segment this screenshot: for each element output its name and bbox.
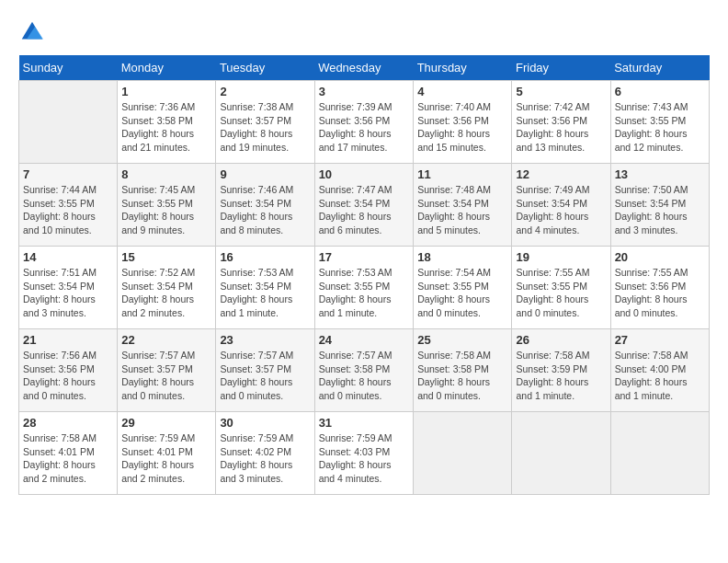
calendar-cell: 27Sunrise: 7:58 AM Sunset: 4:00 PM Dayli… (610, 329, 709, 412)
calendar-cell: 10Sunrise: 7:47 AM Sunset: 3:54 PM Dayli… (314, 164, 414, 247)
calendar-cell: 9Sunrise: 7:46 AM Sunset: 3:54 PM Daylig… (216, 164, 314, 247)
day-info: Sunrise: 7:58 AM Sunset: 4:01 PM Dayligh… (23, 431, 113, 486)
page-header (18, 18, 710, 46)
day-info: Sunrise: 7:47 AM Sunset: 3:54 PM Dayligh… (319, 183, 410, 237)
day-info: Sunrise: 7:53 AM Sunset: 3:55 PM Dayligh… (319, 266, 410, 320)
calendar-cell: 17Sunrise: 7:53 AM Sunset: 3:55 PM Dayli… (314, 247, 414, 329)
day-number: 3 (319, 85, 410, 98)
week-row-3: 14Sunrise: 7:51 AM Sunset: 3:54 PM Dayli… (19, 247, 710, 329)
day-info: Sunrise: 7:51 AM Sunset: 3:54 PM Dayligh… (23, 266, 113, 320)
day-number: 30 (220, 416, 310, 430)
calendar-cell: 13Sunrise: 7:50 AM Sunset: 3:54 PM Dayli… (610, 164, 709, 247)
day-number: 7 (23, 167, 113, 181)
day-number: 26 (516, 333, 606, 347)
calendar-cell: 30Sunrise: 7:59 AM Sunset: 4:02 PM Dayli… (216, 412, 314, 495)
calendar-cell: 8Sunrise: 7:45 AM Sunset: 3:55 PM Daylig… (118, 164, 216, 247)
calendar-cell: 4Sunrise: 7:40 AM Sunset: 3:56 PM Daylig… (414, 81, 512, 164)
calendar-cell: 20Sunrise: 7:55 AM Sunset: 3:56 PM Dayli… (610, 247, 709, 329)
day-number: 5 (516, 85, 606, 98)
day-number: 25 (417, 333, 507, 347)
day-number: 15 (121, 250, 211, 264)
calendar-cell: 12Sunrise: 7:49 AM Sunset: 3:54 PM Dayli… (512, 164, 610, 247)
day-info: Sunrise: 7:59 AM Sunset: 4:03 PM Dayligh… (319, 431, 410, 486)
calendar-cell: 21Sunrise: 7:56 AM Sunset: 3:56 PM Dayli… (19, 329, 118, 412)
days-of-week-row: SundayMondayTuesdayWednesdayThursdayFrid… (19, 55, 710, 81)
calendar-cell: 16Sunrise: 7:53 AM Sunset: 3:54 PM Dayli… (216, 247, 314, 329)
day-of-week-saturday: Saturday (610, 55, 709, 81)
day-info: Sunrise: 7:56 AM Sunset: 3:56 PM Dayligh… (23, 349, 113, 403)
day-number: 2 (220, 85, 310, 98)
day-number: 4 (417, 85, 507, 98)
day-number: 31 (319, 416, 410, 430)
calendar-cell: 3Sunrise: 7:39 AM Sunset: 3:56 PM Daylig… (314, 81, 414, 164)
calendar-cell (610, 412, 709, 495)
calendar-cell: 31Sunrise: 7:59 AM Sunset: 4:03 PM Dayli… (314, 412, 414, 495)
day-number: 20 (615, 250, 705, 264)
day-info: Sunrise: 7:40 AM Sunset: 3:56 PM Dayligh… (417, 100, 507, 155)
day-number: 21 (23, 333, 113, 347)
day-info: Sunrise: 7:45 AM Sunset: 3:55 PM Dayligh… (121, 183, 211, 237)
day-number: 24 (319, 333, 410, 347)
day-number: 23 (220, 333, 310, 347)
day-number: 19 (516, 250, 606, 264)
calendar-cell: 2Sunrise: 7:38 AM Sunset: 3:57 PM Daylig… (216, 81, 314, 164)
day-info: Sunrise: 7:55 AM Sunset: 3:55 PM Dayligh… (516, 266, 606, 320)
day-number: 6 (615, 85, 705, 98)
calendar-cell: 11Sunrise: 7:48 AM Sunset: 3:54 PM Dayli… (414, 164, 512, 247)
calendar-cell: 19Sunrise: 7:55 AM Sunset: 3:55 PM Dayli… (512, 247, 610, 329)
day-info: Sunrise: 7:59 AM Sunset: 4:01 PM Dayligh… (121, 431, 211, 486)
day-info: Sunrise: 7:50 AM Sunset: 3:54 PM Dayligh… (615, 183, 705, 237)
day-info: Sunrise: 7:58 AM Sunset: 3:59 PM Dayligh… (516, 349, 606, 403)
day-info: Sunrise: 7:54 AM Sunset: 3:55 PM Dayligh… (417, 266, 507, 320)
calendar-cell: 1Sunrise: 7:36 AM Sunset: 3:58 PM Daylig… (118, 81, 216, 164)
calendar-cell: 25Sunrise: 7:58 AM Sunset: 3:58 PM Dayli… (414, 329, 512, 412)
day-info: Sunrise: 7:36 AM Sunset: 3:58 PM Dayligh… (121, 100, 211, 155)
day-info: Sunrise: 7:55 AM Sunset: 3:56 PM Dayligh… (615, 266, 705, 320)
calendar-cell: 29Sunrise: 7:59 AM Sunset: 4:01 PM Dayli… (118, 412, 216, 495)
week-row-1: 1Sunrise: 7:36 AM Sunset: 3:58 PM Daylig… (19, 81, 710, 164)
day-number: 27 (615, 333, 705, 347)
logo-icon (18, 18, 46, 46)
day-of-week-monday: Monday (118, 55, 216, 81)
day-number: 14 (23, 250, 113, 264)
day-info: Sunrise: 7:49 AM Sunset: 3:54 PM Dayligh… (516, 183, 606, 237)
day-number: 12 (516, 167, 606, 181)
calendar-cell: 28Sunrise: 7:58 AM Sunset: 4:01 PM Dayli… (19, 412, 118, 495)
day-of-week-sunday: Sunday (19, 55, 118, 81)
calendar-cell: 24Sunrise: 7:57 AM Sunset: 3:58 PM Dayli… (314, 329, 414, 412)
calendar-cell: 18Sunrise: 7:54 AM Sunset: 3:55 PM Dayli… (414, 247, 512, 329)
logo (18, 18, 50, 46)
day-info: Sunrise: 7:53 AM Sunset: 3:54 PM Dayligh… (220, 266, 310, 320)
day-number: 16 (220, 250, 310, 264)
day-number: 18 (417, 250, 507, 264)
day-number: 22 (121, 333, 211, 347)
calendar-cell: 6Sunrise: 7:43 AM Sunset: 3:55 PM Daylig… (610, 81, 709, 164)
day-info: Sunrise: 7:57 AM Sunset: 3:57 PM Dayligh… (220, 349, 310, 403)
calendar-cell: 5Sunrise: 7:42 AM Sunset: 3:56 PM Daylig… (512, 81, 610, 164)
day-number: 1 (121, 85, 211, 98)
day-number: 11 (417, 167, 507, 181)
day-info: Sunrise: 7:52 AM Sunset: 3:54 PM Dayligh… (121, 266, 211, 320)
calendar-cell: 23Sunrise: 7:57 AM Sunset: 3:57 PM Dayli… (216, 329, 314, 412)
calendar-cell (19, 81, 118, 164)
calendar-cell: 22Sunrise: 7:57 AM Sunset: 3:57 PM Dayli… (118, 329, 216, 412)
calendar-cell (512, 412, 610, 495)
calendar-cell: 26Sunrise: 7:58 AM Sunset: 3:59 PM Dayli… (512, 329, 610, 412)
day-info: Sunrise: 7:58 AM Sunset: 3:58 PM Dayligh… (417, 349, 507, 403)
day-info: Sunrise: 7:39 AM Sunset: 3:56 PM Dayligh… (319, 100, 410, 155)
calendar-body: 1Sunrise: 7:36 AM Sunset: 3:58 PM Daylig… (19, 81, 710, 495)
calendar-cell (414, 412, 512, 495)
week-row-4: 21Sunrise: 7:56 AM Sunset: 3:56 PM Dayli… (19, 329, 710, 412)
day-of-week-thursday: Thursday (414, 55, 512, 81)
day-of-week-tuesday: Tuesday (216, 55, 314, 81)
day-number: 13 (615, 167, 705, 181)
calendar-table: SundayMondayTuesdayWednesdayThursdayFrid… (18, 55, 710, 495)
day-info: Sunrise: 7:46 AM Sunset: 3:54 PM Dayligh… (220, 183, 310, 237)
day-info: Sunrise: 7:44 AM Sunset: 3:55 PM Dayligh… (23, 183, 113, 237)
week-row-5: 28Sunrise: 7:58 AM Sunset: 4:01 PM Dayli… (19, 412, 710, 495)
day-info: Sunrise: 7:57 AM Sunset: 3:57 PM Dayligh… (121, 349, 211, 403)
day-info: Sunrise: 7:43 AM Sunset: 3:55 PM Dayligh… (615, 100, 705, 155)
day-info: Sunrise: 7:48 AM Sunset: 3:54 PM Dayligh… (417, 183, 507, 237)
day-info: Sunrise: 7:38 AM Sunset: 3:57 PM Dayligh… (220, 100, 310, 155)
day-of-week-friday: Friday (512, 55, 610, 81)
